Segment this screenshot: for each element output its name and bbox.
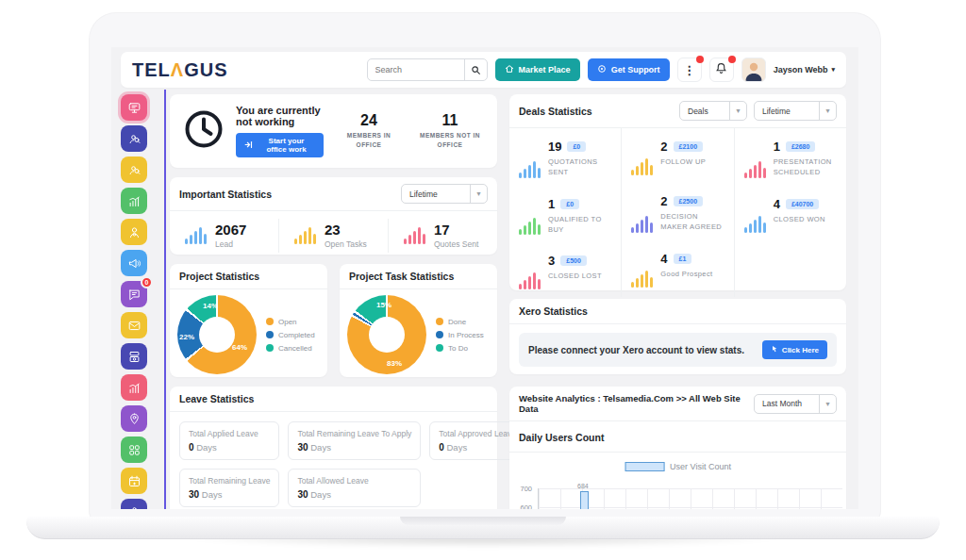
sidebar: 0 bbox=[121, 94, 162, 509]
leave-value: 0 bbox=[439, 442, 444, 453]
sidebar-item-user-search-icon[interactable] bbox=[121, 156, 147, 183]
get-support-button[interactable]: Get Support bbox=[588, 58, 670, 81]
deals-filter-select[interactable]: Deals ▼ bbox=[679, 101, 747, 121]
logo-text-pre: TEL bbox=[132, 59, 171, 81]
project-statistics-card: Project Statistics 64% 22% 14% Open Comp… bbox=[170, 264, 327, 377]
website-analytics-title: Website Analytics : Telsamedia.Com >> Al… bbox=[519, 393, 754, 414]
project-task-statistics-legend: Done In Process To Do bbox=[436, 318, 484, 353]
y-tick-600: 600 bbox=[509, 503, 532, 509]
deals-statistics-card: Deals Statistics Deals ▼ Lifetime ▼ bbox=[509, 94, 846, 290]
deal-amount-badge: £2100 bbox=[674, 141, 703, 152]
donut-label-completed: 22% bbox=[179, 333, 194, 341]
search-icon[interactable] bbox=[464, 59, 487, 80]
right-column: Deals Statistics Deals ▼ Lifetime ▼ bbox=[509, 94, 846, 509]
deal-value: 1 bbox=[774, 140, 780, 154]
start-office-work-button[interactable]: Start your office work bbox=[236, 133, 324, 157]
sidebar-item-team-icon[interactable] bbox=[121, 499, 147, 509]
website-analytics-card: Website Analytics : Telsamedia.Com >> Al… bbox=[509, 387, 846, 509]
sidebar-item-user-search-icon[interactable] bbox=[121, 125, 147, 152]
market-place-label: Market Place bbox=[519, 65, 571, 74]
sidebar-item-bar-chart-icon[interactable] bbox=[121, 374, 147, 401]
xero-statistics-title: Xero Statistics bbox=[519, 305, 588, 317]
sidebar-item-grid-icon[interactable] bbox=[121, 436, 147, 463]
leave-cell-remaining: Total Remaining Leave 30 Days bbox=[179, 469, 279, 507]
sidebar-item-cash-printer-icon[interactable] bbox=[121, 343, 147, 370]
legend-label: User Visit Count bbox=[670, 462, 731, 471]
leave-statistics-title: Leave Statistics bbox=[179, 393, 254, 404]
lifetime-filter-select[interactable]: Lifetime ▼ bbox=[401, 184, 488, 204]
last-month-value: Last Month bbox=[762, 399, 802, 408]
deal-value: 4 bbox=[774, 197, 780, 211]
sign-in-icon bbox=[244, 140, 253, 151]
donut-label-done: 83% bbox=[387, 359, 402, 368]
market-place-button[interactable]: Market Place bbox=[495, 58, 580, 81]
sidebar-item-monitor-icon[interactable] bbox=[121, 94, 147, 121]
working-status-title: You are currently not working bbox=[236, 105, 324, 127]
legend-dot bbox=[436, 344, 443, 352]
legend-dot bbox=[266, 318, 274, 325]
leave-value: 30 bbox=[297, 442, 308, 453]
legend-swatch bbox=[625, 462, 664, 471]
donut-label-open: 64% bbox=[232, 343, 247, 352]
bar-value-label: 684 bbox=[577, 483, 589, 489]
deal-amount-badge: £1 bbox=[674, 254, 692, 264]
pointer-icon bbox=[771, 345, 778, 354]
donut-label-cancelled: 14% bbox=[203, 302, 218, 310]
bar-chart-icon bbox=[185, 227, 207, 244]
deals-lifetime-value: Lifetime bbox=[762, 107, 791, 116]
chevron-down-icon: ▼ bbox=[819, 102, 836, 120]
user-avatar[interactable] bbox=[741, 58, 766, 82]
bar-chart-icon bbox=[519, 140, 541, 178]
legend-dot bbox=[266, 344, 274, 352]
deal-amount-badge: £2680 bbox=[786, 141, 815, 152]
chart-plot-area: 684 bbox=[538, 488, 842, 509]
sidebar-item-calendar-icon[interactable] bbox=[121, 468, 147, 494]
sidebar-item-chat-icon[interactable]: 0 bbox=[121, 281, 147, 307]
project-task-statistics-donut: 83% 15% bbox=[347, 295, 426, 374]
sidebar-item-user-coin-icon[interactable] bbox=[121, 219, 147, 245]
logo-caret-icon: Λ bbox=[171, 59, 184, 81]
get-support-label: Get Support bbox=[611, 65, 660, 74]
sidebar-item-megaphone-icon[interactable] bbox=[121, 250, 147, 276]
project-statistics-title: Project Statistics bbox=[179, 271, 259, 282]
legend-label: Completed bbox=[278, 331, 315, 339]
leave-unit: Days bbox=[202, 489, 223, 500]
deal-quotations-sent: 19£0QUOTATIONS SENT bbox=[509, 128, 621, 186]
project-statistics-donut: 64% 22% 14% bbox=[177, 295, 257, 374]
chat-badge: 0 bbox=[141, 276, 153, 288]
legend-dot bbox=[436, 318, 443, 325]
app-logo[interactable]: TELΛGUS bbox=[132, 59, 227, 81]
deal-label: QUOTATIONS SENT bbox=[548, 156, 613, 178]
home-icon bbox=[505, 64, 514, 75]
legend-label: Cancelled bbox=[278, 344, 312, 353]
members-not-in-office-value: 11 bbox=[416, 112, 484, 129]
sidebar-item-bar-chart-icon[interactable] bbox=[121, 188, 147, 214]
leave-label: Total Allowed Leave bbox=[297, 476, 411, 486]
search-input[interactable] bbox=[368, 65, 464, 74]
sidebar-item-envelope-icon[interactable] bbox=[121, 312, 147, 338]
chevron-down-icon: ▼ bbox=[470, 185, 487, 203]
leave-statistics-card: Leave Statistics Total Applied Leave 0 D… bbox=[170, 387, 497, 509]
deal-label: QUALIFIED TO BUY bbox=[548, 214, 613, 236]
last-month-select[interactable]: Last Month ▼ bbox=[754, 394, 837, 414]
user-visit-bar bbox=[580, 491, 589, 509]
deal-value: 2 bbox=[660, 194, 667, 208]
stat-open-tasks: 23Open Tasks bbox=[278, 219, 388, 253]
user-menu[interactable]: Jayson Webb ▾ bbox=[774, 65, 835, 74]
xero-click-here-button[interactable]: Click Here bbox=[762, 340, 827, 359]
leave-label: Total Approved Leave bbox=[439, 429, 516, 438]
leave-cell-allowed: Total Allowed Leave 30 Days bbox=[288, 469, 421, 507]
sidebar-item-map-pin-user-icon[interactable] bbox=[121, 405, 147, 432]
deals-lifetime-select[interactable]: Lifetime ▼ bbox=[754, 101, 837, 121]
deal-good-prospect: 4£1Good Prospect bbox=[622, 240, 733, 295]
kebab-menu-button[interactable]: ⋮ bbox=[677, 58, 702, 82]
xero-click-here-label: Click Here bbox=[782, 346, 819, 354]
leave-unit: Days bbox=[310, 489, 331, 500]
lead-value: 2067 bbox=[215, 222, 246, 239]
members-in-office: 24 MEMBERS IN OFFICE bbox=[335, 112, 403, 151]
deal-label: CLOSED WON bbox=[774, 214, 825, 224]
project-task-statistics-title: Project Task Statistics bbox=[349, 271, 454, 282]
deal-value: 2 bbox=[660, 140, 667, 154]
chevron-down-icon: ▼ bbox=[819, 395, 836, 413]
notifications-button[interactable] bbox=[709, 58, 734, 82]
